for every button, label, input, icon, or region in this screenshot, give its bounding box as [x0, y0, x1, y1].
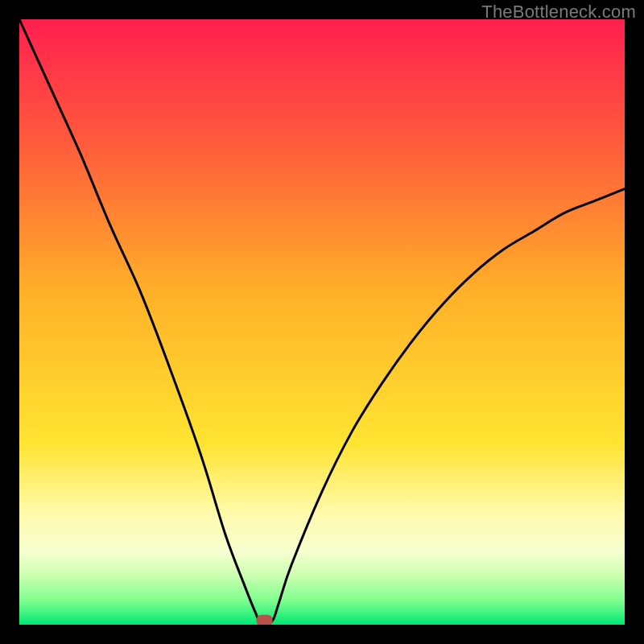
plot-area [19, 19, 625, 625]
minimum-marker [257, 615, 273, 625]
plot-svg [19, 19, 625, 625]
chart-container: TheBottleneck.com [0, 0, 644, 644]
gradient-background [19, 19, 625, 625]
